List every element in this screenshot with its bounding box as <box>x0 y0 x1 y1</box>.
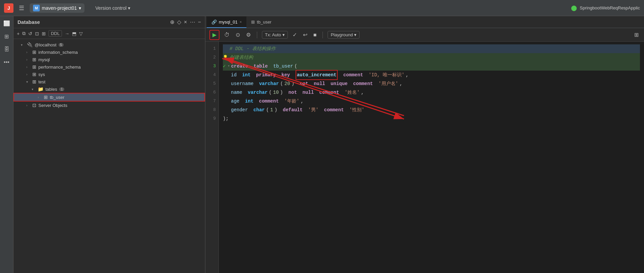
settings-icon[interactable]: ⚙ <box>245 30 252 39</box>
grid-view-icon[interactable]: ⊞ <box>633 30 640 39</box>
code-line-2: 💡 创建表结构 <box>223 53 640 62</box>
auto-increment-highlighted: auto_increment <box>296 70 338 80</box>
localhost-count-badge: 5 <box>59 43 64 47</box>
arrow-icon[interactable]: → <box>65 31 69 36</box>
tree-item-test[interactable]: ▾ ⊞ test <box>13 78 205 85</box>
project-icon: M <box>33 5 40 11</box>
localhost-icon: 🔌 <box>27 42 33 47</box>
pin-icon[interactable]: ⊙ <box>234 30 241 39</box>
check-icon-3: ✓ <box>223 62 226 71</box>
code-line-3: ✓ ▾ create table tb_user ( <box>223 62 640 71</box>
kw-int: int <box>242 71 250 79</box>
line-numbers: 1 2 3 4 5 6 7 8 9 <box>205 42 219 273</box>
chevron-right-icon: › <box>26 50 30 54</box>
code-line-6: name varchar ( 10 ) not null comment '姓名… <box>223 88 640 97</box>
performance-schema-label: performance_schema <box>38 65 81 70</box>
chevron-right-icon: › <box>26 104 30 107</box>
playground-selector[interactable]: Playground ▾ <box>328 31 360 39</box>
export-icon[interactable]: ⬒ <box>72 31 76 36</box>
tree-item-localhost[interactable]: ▾ 🔌 @localhost 5 <box>13 41 205 48</box>
db-panel-header: Database ⊕ ◇ × ⋯ − <box>13 16 205 28</box>
toolbar-separator1 <box>257 32 257 38</box>
perf-db-icon: ⊞ <box>32 64 36 70</box>
code-line-9: ); <box>223 114 640 123</box>
tab-mysql01-label: mysql_01 <box>219 20 238 25</box>
copy-icon[interactable]: ⧉ <box>22 31 26 36</box>
code-line1-text: # DDL - 表结构操作 <box>230 44 276 53</box>
chevron-right-icon: › <box>26 73 30 76</box>
tables-count-badge: 1 <box>59 87 65 91</box>
tb-user-label: tb_user <box>50 95 64 100</box>
app-name-label: SpringbootWebReqRespApplic <box>580 5 640 10</box>
topbar-right: ⬤ SpringbootWebReqRespApplic <box>571 5 640 11</box>
vcs-selector[interactable]: Version control ▾ <box>95 5 130 11</box>
tree-item-information-schema[interactable]: › ⊞ information_schema <box>13 48 205 56</box>
main-layout: ⬜ ⊞ 🗄 ••• Database ⊕ ◇ × ⋯ − + ⧉ ↺ ⊡ ⊞ D… <box>0 16 644 273</box>
localhost-label: @localhost <box>35 42 57 47</box>
mysql-label: mysql <box>38 57 50 62</box>
chevron-down-icon: ▾ <box>21 43 25 47</box>
editor-toolbar: ▶ ⏱ ⊙ ⚙ Tx: Auto ▾ ✓ ↩ ■ Playground ▾ ⊞ <box>205 28 644 42</box>
ident-tb-user: tb_user <box>273 62 293 71</box>
db-toolbar: + ⧉ ↺ ⊡ ⊞ DDL → ⬒ ▽ <box>13 28 205 39</box>
code-editor[interactable]: 1 2 3 4 5 6 7 8 9 # DDL - 表结构操作 <box>205 42 644 273</box>
history-icon[interactable]: ⏱ <box>223 31 231 39</box>
tree-item-sys[interactable]: › ⊞ sys <box>13 71 205 78</box>
chevron-down-icon: ▾ <box>32 87 36 91</box>
schema-icon[interactable]: ⊡ <box>35 31 39 36</box>
vcs-label: Version control <box>95 5 127 11</box>
paren-open: ( <box>295 62 297 71</box>
table-icon[interactable]: ⊞ <box>42 31 46 36</box>
commit-icon[interactable]: ✓ <box>291 30 298 39</box>
db-tree: ▾ 🔌 @localhost 5 › ⊞ information_schema … <box>13 39 205 273</box>
sys-label: sys <box>38 72 45 77</box>
project-selector[interactable]: M maven-project01 ▾ <box>30 3 84 13</box>
tables-label: tables <box>45 87 57 92</box>
folder-icon[interactable]: ⬜ <box>2 19 11 28</box>
minimize-icon[interactable]: − <box>198 19 201 25</box>
chevron-right-icon: › <box>38 95 42 99</box>
tx-label: Tx: Auto <box>265 32 281 37</box>
new-query-icon[interactable]: + <box>17 31 20 36</box>
tab-tb-user-label: tb_user <box>257 20 271 25</box>
tab-mysql01-close[interactable]: × <box>240 20 242 24</box>
server-objects-label: Server Objects <box>38 103 67 108</box>
code-line-8: gender char ( 1 ) default '男' comment '性… <box>223 106 640 114</box>
more-options-icon[interactable]: ⋯ <box>190 19 195 25</box>
tab-mysql01[interactable]: 🔗 mysql_01 × <box>207 16 246 28</box>
chevron-right-icon: › <box>26 58 30 62</box>
kw-key: key <box>281 71 290 79</box>
tabs-bar: 🔗 mysql_01 × ⊞ tb_user <box>205 16 644 28</box>
tree-item-mysql[interactable]: › ⊞ mysql <box>13 56 205 63</box>
database-icon[interactable]: 🗄 <box>3 45 11 54</box>
code-line-1: # DDL - 表结构操作 <box>223 44 640 53</box>
line-num-4: 4 <box>205 71 218 79</box>
tree-item-server-objects[interactable]: › ⊡ Server Objects <box>13 102 205 109</box>
kw-comment1: comment <box>343 71 363 79</box>
mysql-db-icon: ⊞ <box>32 57 36 62</box>
code-line-4: id int primary key auto_increment commen… <box>223 71 640 79</box>
tx-selector[interactable]: Tx: Auto ▾ <box>262 31 288 39</box>
more-icon[interactable]: ••• <box>2 58 11 67</box>
tree-item-tb-user[interactable]: › ⊞ tb_user <box>13 93 205 102</box>
table-icon: ⊞ <box>44 94 48 100</box>
run-button[interactable]: ▶ <box>209 30 219 40</box>
server-objects-icon: ⊡ <box>32 103 36 108</box>
reload-icon[interactable]: ↺ <box>28 31 32 36</box>
tree-item-tables[interactable]: ▾ 📁 tables 1 <box>13 85 205 93</box>
grid-icon[interactable]: ⊞ <box>3 32 10 41</box>
test-db-icon: ⊞ <box>32 79 36 84</box>
tab-tb-user[interactable]: ⊞ tb_user <box>246 16 276 28</box>
ddl-button[interactable]: DDL <box>48 30 62 37</box>
refresh-icon[interactable]: ◇ <box>177 19 181 25</box>
hamburger-menu[interactable]: ☰ <box>19 4 24 12</box>
playground-label: Playground <box>331 32 353 37</box>
line-num-7: 7 <box>205 97 218 106</box>
add-connection-icon[interactable]: ⊕ <box>170 19 174 25</box>
close-panel-icon[interactable]: × <box>184 19 187 25</box>
tree-item-performance-schema[interactable]: › ⊞ performance_schema <box>13 63 205 71</box>
line-num-3: 3 <box>205 62 218 71</box>
rollback-icon[interactable]: ↩ <box>302 30 309 39</box>
stop-icon[interactable]: ■ <box>312 31 318 39</box>
filter-icon[interactable]: ▽ <box>79 31 83 36</box>
